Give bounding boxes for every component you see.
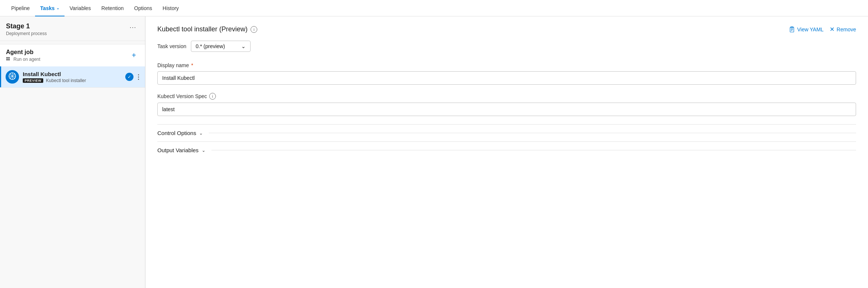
agent-job-header: Agent job Run on agent — [0, 44, 145, 66]
svg-rect-3 — [8, 59, 10, 60]
task-right: ✓ — [125, 73, 141, 81]
control-options-section: Control Options ⌄ — [157, 124, 856, 141]
display-name-input[interactable] — [157, 71, 856, 85]
title-info-icon[interactable]: i — [251, 26, 257, 33]
stage-info: Stage 1 Deployment process — [6, 22, 47, 36]
nav-retention[interactable]: Retention — [96, 0, 129, 16]
kubectl-version-info-icon[interactable]: i — [209, 93, 216, 100]
kubernetes-icon — [8, 72, 16, 82]
remove-button[interactable]: ✕ Remove — [830, 26, 856, 32]
task-subname-text: Kubectl tool installer — [46, 78, 86, 83]
kubectl-version-spec-label: Kubectl Version Spec i — [157, 93, 856, 100]
output-variables-divider — [211, 150, 856, 150]
right-title-area: Kubectl tool installer (Preview) i — [157, 25, 257, 33]
control-options-chevron-icon: ⌄ — [199, 131, 203, 136]
display-name-group: Display name * — [157, 62, 856, 85]
svg-line-13 — [10, 77, 11, 78]
agent-job-info: Agent job Run on agent — [6, 49, 40, 62]
required-star: * — [191, 62, 193, 68]
svg-rect-0 — [6, 57, 8, 59]
task-name-text: Install Kubectl — [23, 71, 61, 77]
right-actions: View YAML ✕ Remove — [789, 26, 856, 32]
output-variables-section: Output Variables ⌄ — [157, 141, 856, 159]
control-options-toggle[interactable]: Control Options ⌄ — [157, 130, 856, 136]
view-yaml-label: View YAML — [797, 26, 824, 32]
nav-history[interactable]: History — [157, 0, 184, 16]
stage-title: Stage 1 — [6, 22, 47, 30]
svg-rect-1 — [8, 57, 10, 59]
task-check-icon: ✓ — [125, 73, 133, 81]
close-icon: ✕ — [830, 26, 834, 32]
right-panel-title: Kubectl tool installer (Preview) — [157, 25, 248, 33]
dot1 — [138, 74, 139, 75]
task-context-menu-button[interactable] — [136, 73, 141, 81]
right-panel: Kubectl tool installer (Preview) i View … — [145, 16, 868, 288]
output-variables-chevron-icon: ⌄ — [202, 148, 205, 153]
view-yaml-button[interactable]: View YAML — [789, 26, 824, 32]
display-name-label: Display name * — [157, 62, 856, 68]
nav-pipeline[interactable]: Pipeline — [6, 0, 35, 16]
nav-tasks[interactable]: Tasks ⌄ — [35, 0, 65, 16]
svg-rect-2 — [6, 59, 8, 60]
left-panel: Stage 1 Deployment process ⋯ Agent job — [0, 16, 145, 288]
kubectl-version-spec-input[interactable] — [157, 103, 856, 116]
nav-options[interactable]: Options — [129, 0, 157, 16]
control-options-divider — [209, 133, 856, 133]
task-version-select[interactable]: 0.* (preview) ⌄ — [191, 41, 251, 52]
task-version-row: Task version 0.* (preview) ⌄ — [157, 41, 856, 52]
nav-tasks-label: Tasks — [40, 5, 55, 11]
dot3 — [138, 79, 139, 80]
task-version-label: Task version — [157, 43, 186, 49]
display-name-label-text: Display name — [157, 62, 189, 68]
task-subname: PREVIEW Kubectl tool installer — [23, 78, 122, 83]
output-variables-toggle[interactable]: Output Variables ⌄ — [157, 147, 856, 153]
preview-badge: PREVIEW — [23, 78, 43, 83]
top-nav: Pipeline Tasks ⌄ Variables Retention Opt… — [0, 0, 868, 16]
svg-line-11 — [13, 77, 15, 78]
agent-job-run-label: Run on agent — [13, 57, 40, 62]
control-options-label: Control Options — [157, 130, 196, 136]
task-name: Install Kubectl — [23, 71, 122, 77]
right-header: Kubectl tool installer (Preview) i View … — [157, 25, 856, 33]
nav-variables[interactable]: Variables — [65, 0, 96, 16]
main-layout: Stage 1 Deployment process ⋯ Agent job — [0, 16, 868, 288]
agent-job-section: Agent job Run on agent — [0, 44, 145, 88]
remove-label: Remove — [837, 26, 856, 32]
agent-job-subtitle: Run on agent — [6, 57, 40, 62]
agent-icon — [6, 57, 11, 62]
stage-menu-button[interactable]: ⋯ — [127, 22, 139, 32]
stage-header: Stage 1 Deployment process ⋯ — [0, 16, 145, 41]
kubectl-version-spec-group: Kubectl Version Spec i — [157, 93, 856, 116]
task-item[interactable]: Install Kubectl PREVIEW Kubectl tool ins… — [0, 66, 145, 87]
task-icon-wrap — [6, 70, 19, 84]
version-value: 0.* (preview) — [196, 43, 225, 49]
kubectl-version-spec-label-text: Kubectl Version Spec — [157, 93, 207, 99]
task-info: Install Kubectl PREVIEW Kubectl tool ins… — [23, 71, 122, 83]
svg-point-5 — [12, 75, 13, 77]
clipboard-icon — [789, 26, 795, 32]
svg-line-10 — [10, 73, 11, 75]
chevron-down-icon: ⌄ — [56, 6, 59, 10]
stage-subtitle: Deployment process — [6, 31, 47, 36]
agent-job-title[interactable]: Agent job — [6, 49, 40, 56]
version-chevron-icon: ⌄ — [241, 43, 246, 49]
dot2 — [138, 76, 139, 78]
svg-line-12 — [13, 73, 15, 75]
add-task-button[interactable]: + — [129, 50, 139, 61]
output-variables-label: Output Variables — [157, 147, 199, 153]
